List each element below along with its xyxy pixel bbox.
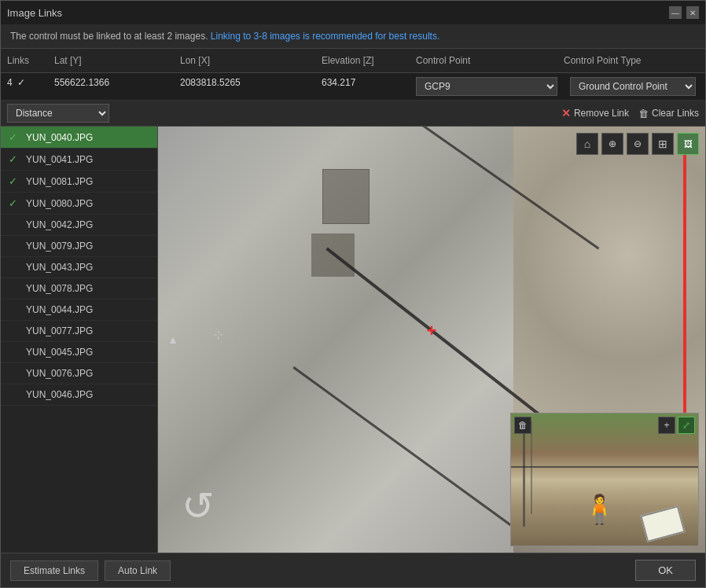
title-bar: Image Links — ✕ xyxy=(1,1,705,24)
main-window: Image Links — ✕ The control must be link… xyxy=(0,0,706,588)
red-arrow-line xyxy=(683,134,686,441)
bottom-left-buttons: Estimate Links Auto Link xyxy=(10,560,171,581)
file-check-icon: ✓ xyxy=(9,131,21,143)
file-list-item[interactable]: YUN_0043.JPG xyxy=(1,257,157,278)
file-name: YUN_0076.JPG xyxy=(26,368,93,379)
navigation-icon: ↺ xyxy=(182,483,215,529)
info-text-highlight: Linking to 3-8 images is recommended for… xyxy=(211,31,439,42)
cell-control-type: Ground Control Point xyxy=(564,73,705,100)
bottom-bar: Estimate Links Auto Link OK xyxy=(1,553,705,587)
file-name: YUN_0045.JPG xyxy=(26,347,93,358)
file-name: YUN_0079.JPG xyxy=(26,241,93,252)
file-name: YUN_0080.JPG xyxy=(26,198,93,209)
ok-button[interactable]: OK xyxy=(635,560,696,581)
cell-elevation: 634.217 xyxy=(315,73,410,100)
clear-links-button[interactable]: 🗑 Clear Links xyxy=(638,108,699,119)
file-check-icon: ✓ xyxy=(9,153,21,165)
estimate-links-button[interactable]: Estimate Links xyxy=(10,560,98,581)
file-name: YUN_0042.JPG xyxy=(26,219,93,230)
file-name: YUN_0081.JPG xyxy=(26,176,93,187)
image-view[interactable]: + ▲ ↺ ⊹ ⌂ ⊕ ⊖ ⊞ 🖼 🧍 xyxy=(158,127,705,553)
file-name: YUN_0041.JPG xyxy=(26,154,93,165)
col-lat: Lat [Y] xyxy=(48,52,174,69)
file-list-item[interactable]: YUN_0076.JPG xyxy=(1,363,157,384)
info-text-before: The control must be linked to at least 2… xyxy=(10,31,211,42)
distance-select[interactable]: Distance Similarity Name xyxy=(7,104,109,123)
file-name: YUN_0046.JPG xyxy=(26,389,93,400)
file-list-item[interactable]: YUN_0078.JPG xyxy=(1,278,157,300)
cell-lat: 556622.1366 xyxy=(48,73,174,100)
file-check-icon: ✓ xyxy=(9,197,21,209)
file-name: YUN_0040.JPG xyxy=(26,132,93,143)
file-name: YUN_0078.JPG xyxy=(26,283,93,294)
thumb-expand-button[interactable]: ⤢ xyxy=(678,417,695,434)
file-list-item[interactable]: YUN_0079.JPG xyxy=(1,236,157,257)
file-list-item[interactable]: ✓YUN_0041.JPG xyxy=(1,149,157,171)
col-links: Links xyxy=(1,52,48,69)
fence-rail-3 xyxy=(293,366,516,529)
thumb-add-button[interactable]: + xyxy=(658,417,675,434)
file-check-icon: ✓ xyxy=(9,175,21,187)
fit-view-button[interactable]: ⌂ xyxy=(576,133,598,155)
toolbar-left: Distance Similarity Name xyxy=(7,104,109,123)
remove-link-button[interactable]: ✕ Remove Link xyxy=(561,107,629,119)
overlay-button[interactable]: 🖼 xyxy=(677,133,699,155)
file-list-item[interactable]: YUN_0046.JPG xyxy=(1,384,157,406)
remove-link-label: Remove Link xyxy=(574,108,629,119)
crosshair-marker: + xyxy=(427,321,437,341)
minimize-button[interactable]: — xyxy=(669,6,682,19)
control-point-select[interactable]: GCP9 xyxy=(416,77,557,96)
clear-links-label: Clear Links xyxy=(652,108,699,119)
file-list-item[interactable]: ✓YUN_0040.JPG xyxy=(1,127,157,149)
zoom-in-button[interactable]: ⊕ xyxy=(601,133,623,155)
main-area: ✓YUN_0040.JPG✓YUN_0041.JPG✓YUN_0081.JPG✓… xyxy=(1,127,705,553)
close-button[interactable]: ✕ xyxy=(686,6,699,19)
window-title: Image Links xyxy=(7,7,62,19)
col-elevation: Elevation [Z] xyxy=(315,52,410,69)
person-silhouette: 🧍 xyxy=(582,493,617,526)
remove-link-icon: ✕ xyxy=(561,107,571,119)
col-control-type: Control Point Type xyxy=(557,52,705,69)
auto-link-button[interactable]: Auto Link xyxy=(105,560,171,581)
file-name: YUN_0077.JPG xyxy=(26,325,93,336)
links-check: ✓ xyxy=(17,77,25,88)
pan-button[interactable]: ⊞ xyxy=(652,133,674,155)
image-toolbar: ⌂ ⊕ ⊖ ⊞ 🖼 xyxy=(576,133,699,155)
table-row: 4 ✓ 556622.1366 2083818.5265 634.217 GCP… xyxy=(1,73,705,101)
fence-post-1 xyxy=(523,421,525,527)
control-type-select[interactable]: Ground Control Point xyxy=(570,77,696,96)
table-header: Links Lat [Y] Lon [X] Elevation [Z] Cont… xyxy=(1,49,705,73)
thumb-toolbar: 🗑 + ⤢ xyxy=(514,417,695,434)
gcp-board xyxy=(640,505,685,542)
scroll-up-control[interactable]: ▲ xyxy=(167,333,178,346)
file-list-item[interactable]: YUN_0044.JPG xyxy=(1,300,157,321)
info-bar: The control must be linked to at least 2… xyxy=(1,24,705,49)
file-list-item[interactable]: ✓YUN_0080.JPG xyxy=(1,193,157,215)
file-name: YUN_0044.JPG xyxy=(26,304,93,315)
col-lon: Lon [X] xyxy=(174,52,315,69)
file-list-item[interactable]: YUN_0042.JPG xyxy=(1,215,157,236)
toolbar-row: Distance Similarity Name ✕ Remove Link 🗑… xyxy=(1,101,705,127)
thumbnail-overlay: 🧍 🗑 + ⤢ xyxy=(510,413,699,546)
toolbar-right: ✕ Remove Link 🗑 Clear Links xyxy=(561,107,699,119)
cell-lon: 2083818.5265 xyxy=(174,73,315,100)
window-controls: — ✕ xyxy=(669,6,699,19)
thumb-delete-button[interactable]: 🗑 xyxy=(514,417,531,434)
file-list-item[interactable]: YUN_0077.JPG xyxy=(1,321,157,342)
cell-links: 4 ✓ xyxy=(1,73,48,100)
file-list[interactable]: ✓YUN_0040.JPG✓YUN_0041.JPG✓YUN_0081.JPG✓… xyxy=(1,127,158,553)
trash-icon: 🗑 xyxy=(638,108,649,119)
zoom-out-button[interactable]: ⊖ xyxy=(627,133,649,155)
gcp-patch xyxy=(322,169,370,224)
file-list-item[interactable]: YUN_0045.JPG xyxy=(1,342,157,363)
fence-rail-h xyxy=(511,466,698,468)
file-name: YUN_0043.JPG xyxy=(26,262,93,273)
file-list-item[interactable]: ✓YUN_0081.JPG xyxy=(1,171,157,193)
crossmove-icon: ⊹ xyxy=(213,327,223,342)
cell-control-point: GCP9 xyxy=(410,73,564,100)
col-control-point: Control Point xyxy=(410,52,557,69)
links-count: 4 xyxy=(7,77,13,88)
